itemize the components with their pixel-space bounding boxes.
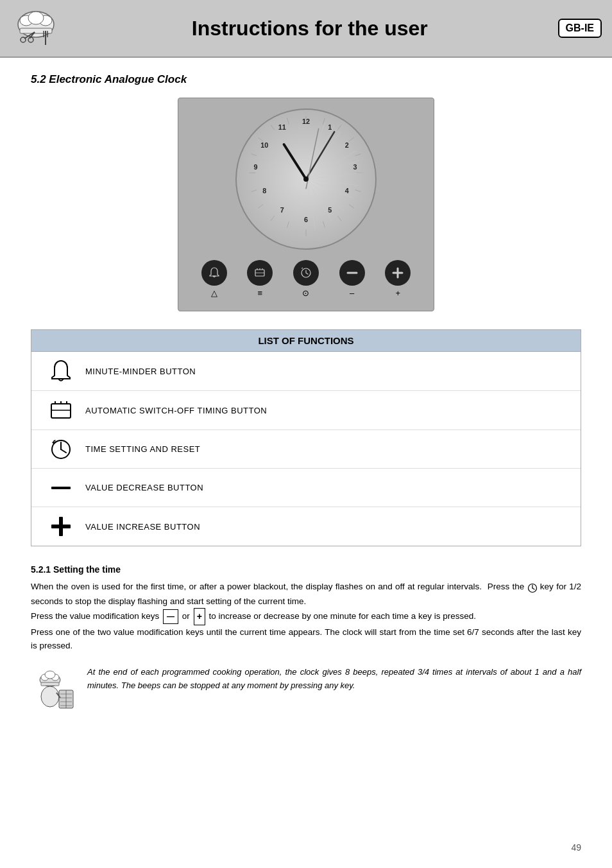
page-title: Instructions for the user bbox=[62, 17, 558, 40]
clock-btn-3 bbox=[293, 260, 319, 286]
svg-point-7 bbox=[21, 37, 26, 42]
svg-line-28 bbox=[251, 154, 257, 156]
function-text-3: TIME SETTING AND RESET bbox=[80, 444, 200, 454]
svg-line-41 bbox=[306, 179, 344, 211]
svg-rect-78 bbox=[51, 487, 71, 489]
clock-image-container: 12 1 2 3 4 5 6 7 8 9 10 11 bbox=[31, 98, 581, 311]
function-row-1: MINUTE-MINDER BUTTON bbox=[31, 352, 581, 391]
subsection-body: When the oven is used for the first time… bbox=[31, 580, 581, 653]
svg-line-15 bbox=[349, 137, 354, 141]
main-content: 5.2 Electronic Analogue Clock bbox=[0, 58, 612, 730]
note-text: At the end of each programmed cooking op… bbox=[87, 666, 581, 693]
page-header: Instructions for the user GB-IE bbox=[0, 0, 612, 58]
svg-text:8: 8 bbox=[262, 187, 266, 195]
svg-line-32 bbox=[306, 123, 325, 179]
function-row-5: VALUE INCREASE BUTTON bbox=[31, 507, 581, 546]
svg-line-57 bbox=[306, 132, 334, 179]
svg-line-23 bbox=[287, 221, 289, 228]
function-icon-bell bbox=[42, 358, 80, 384]
svg-line-19 bbox=[349, 204, 354, 208]
clock-btn-label-5: + bbox=[395, 288, 400, 298]
svg-text:6: 6 bbox=[304, 216, 308, 223]
svg-line-35 bbox=[306, 141, 350, 179]
svg-line-83 bbox=[532, 588, 534, 589]
clock-btn-5 bbox=[385, 260, 411, 286]
function-icon-clock-reset bbox=[42, 437, 80, 462]
svg-text:5: 5 bbox=[328, 206, 332, 214]
svg-text:3: 3 bbox=[353, 163, 357, 171]
clock-svg: 12 1 2 3 4 5 6 7 8 9 10 11 bbox=[237, 110, 375, 248]
function-text-5: VALUE INCREASE BUTTON bbox=[80, 522, 200, 532]
subsection-521: 5.2.1 Setting the time When the oven is … bbox=[31, 564, 581, 653]
svg-rect-70 bbox=[51, 404, 71, 418]
function-text-2: AUTOMATIC SWITCH-OFF TIMING BUTTON bbox=[80, 406, 267, 415]
svg-text:11: 11 bbox=[278, 123, 286, 131]
svg-text:2: 2 bbox=[345, 141, 349, 149]
functions-section: LIST OF FUNCTIONS MINUTE-MINDER BUTTON bbox=[31, 329, 581, 546]
svg-line-20 bbox=[337, 216, 341, 221]
inline-icon-minus-key: — bbox=[163, 609, 178, 624]
note-logo-icon bbox=[31, 666, 77, 712]
note-box: At the end of each programmed cooking op… bbox=[31, 663, 581, 715]
subsection-title: 5.2.1 Setting the time bbox=[31, 564, 581, 575]
clock-face-wrapper: 12 1 2 3 4 5 6 7 8 9 10 11 bbox=[191, 108, 421, 250]
svg-line-16 bbox=[355, 154, 361, 156]
country-badge: GB-IE bbox=[558, 19, 602, 38]
clock-btn-label-1: △ bbox=[211, 288, 217, 298]
clock-btn-1 bbox=[201, 260, 227, 286]
header-logo-icon bbox=[10, 6, 62, 50]
svg-line-21 bbox=[323, 221, 325, 228]
svg-line-31 bbox=[287, 118, 289, 125]
svg-text:12: 12 bbox=[302, 117, 310, 125]
clock-btn-group-4: – bbox=[339, 260, 365, 298]
clock-btn-label-2: ≡ bbox=[258, 288, 263, 298]
svg-line-18 bbox=[355, 190, 361, 192]
svg-point-87 bbox=[45, 671, 55, 679]
svg-point-3 bbox=[28, 12, 44, 24]
function-row-4: VALUE DECREASE BUTTON bbox=[31, 469, 581, 507]
clock-btn-group-3: ⊙ bbox=[293, 260, 319, 298]
clock-buttons-row: △ ≡ bbox=[191, 260, 421, 298]
functions-header: LIST OF FUNCTIONS bbox=[31, 330, 581, 352]
clock-btn-label-3: ⊙ bbox=[302, 288, 309, 298]
svg-line-26 bbox=[251, 190, 257, 192]
function-text-1: MINUTE-MINDER BUTTON bbox=[80, 367, 196, 376]
svg-text:10: 10 bbox=[260, 141, 268, 149]
section-heading: 5.2 Electronic Analogue Clock bbox=[31, 73, 581, 86]
svg-line-30 bbox=[271, 125, 275, 130]
svg-text:7: 7 bbox=[280, 206, 284, 214]
svg-point-89 bbox=[41, 686, 59, 707]
function-text-4: VALUE DECREASE BUTTON bbox=[80, 483, 203, 492]
svg-line-56 bbox=[284, 144, 306, 179]
svg-text:9: 9 bbox=[253, 163, 257, 171]
function-row-2: AUTOMATIC SWITCH-OFF TIMING BUTTON bbox=[31, 391, 581, 430]
svg-text:1: 1 bbox=[328, 123, 332, 131]
page-number: 49 bbox=[571, 842, 581, 853]
clock-face: 12 1 2 3 4 5 6 7 8 9 10 11 bbox=[235, 108, 377, 250]
svg-line-24 bbox=[271, 216, 275, 221]
clock-btn-group-2: ≡ bbox=[247, 260, 273, 298]
clock-btn-group-5: + bbox=[385, 260, 411, 298]
svg-line-77 bbox=[61, 449, 66, 453]
function-icon-minus bbox=[42, 483, 80, 492]
svg-point-8 bbox=[28, 37, 33, 42]
svg-line-25 bbox=[258, 204, 263, 208]
clock-btn-group-1: △ bbox=[201, 260, 227, 298]
svg-rect-80 bbox=[51, 525, 71, 528]
svg-line-34 bbox=[306, 132, 341, 179]
function-icon-plus bbox=[42, 515, 80, 538]
function-icon-oven bbox=[42, 397, 80, 423]
clock-btn-4 bbox=[339, 260, 365, 286]
svg-line-14 bbox=[337, 125, 341, 130]
inline-icon-plus-key: + bbox=[194, 608, 205, 625]
clock-panel: 12 1 2 3 4 5 6 7 8 9 10 11 bbox=[178, 98, 434, 311]
svg-rect-88 bbox=[41, 682, 59, 686]
svg-text:4: 4 bbox=[345, 187, 349, 195]
svg-point-59 bbox=[303, 177, 309, 182]
clock-btn-label-4: – bbox=[350, 288, 354, 298]
function-row-3: TIME SETTING AND RESET bbox=[31, 430, 581, 469]
clock-btn-2 bbox=[247, 260, 273, 286]
inline-icon-clock bbox=[527, 580, 538, 594]
